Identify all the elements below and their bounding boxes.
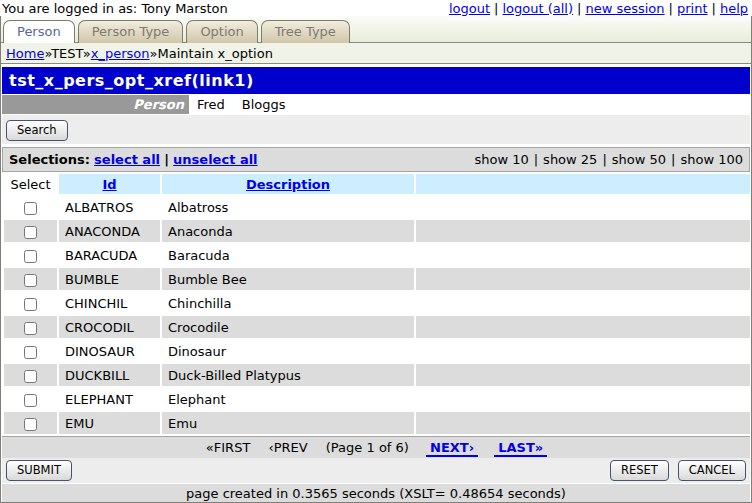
row-checkbox-anaconda[interactable] [24,226,37,239]
row-select-cell [4,292,57,314]
context-label: Person [2,95,189,114]
breadcrumb-item-home[interactable]: Home [6,46,44,61]
row-description: Elephant [162,388,414,410]
header-link-new-session[interactable]: new session [585,1,664,16]
context-row: Person Fred Bloggs [2,94,750,115]
cancel-button[interactable]: CANCEL [678,460,746,481]
data-table: Select Id Description ALBATROSAlbatrossA… [2,172,752,436]
row-select-cell [4,340,57,362]
row-filler [416,340,750,362]
pagination-bar: «FIRST ‹PREV (Page 1 of 6) NEXT› LAST» [2,436,750,458]
row-checkbox-emu[interactable] [24,418,37,431]
page-frame: PersonPerson TypeOptionTree Type Home»TE… [0,16,752,503]
action-buttons-right: RESET CANCEL [610,460,746,481]
row-id: DINOSAUR [59,340,160,362]
row-filler [416,316,750,338]
row-description: Anaconda [162,220,414,242]
row-select-cell [4,220,57,242]
select-all-link[interactable]: select all [94,152,160,167]
breadcrumb-item-x-person[interactable]: x_person [91,46,150,61]
show-option-show-25[interactable]: show 25 [543,152,597,167]
table-row: DINOSAURDinosaur [4,340,750,362]
search-button[interactable]: Search [6,120,68,141]
row-checkbox-chinchil[interactable] [24,298,37,311]
table-row: ANACONDAAnaconda [4,220,750,242]
row-filler [416,196,750,218]
header-link-help[interactable]: help [720,1,748,16]
table-row: ELEPHANTElephant [4,388,750,410]
row-id: BARACUDA [59,244,160,266]
row-filler [416,244,750,266]
row-filler [416,292,750,314]
description-sort-link[interactable]: Description [246,177,330,192]
row-description: Baracuda [162,244,414,266]
action-buttons-bar: SUBMIT RESET CANCEL [2,458,750,483]
row-checkbox-dinosaur[interactable] [24,346,37,359]
row-id: BUMBLE [59,268,160,290]
row-description: Crocodile [162,316,414,338]
header-link-separator: | [708,1,720,16]
search-row: Search [2,115,750,144]
header-filler [416,174,750,194]
unselect-all-link[interactable]: unselect all [173,152,257,167]
breadcrumb: Home»TEST»x_person»Maintain x_option [1,42,751,64]
row-checkbox-duckbill[interactable] [24,370,37,383]
context-last-name: Bloggs [236,95,295,114]
pagination-next-link[interactable]: NEXT› [426,440,478,457]
show-option-show-50[interactable]: show 50 [612,152,666,167]
row-select-cell [4,388,57,410]
header-link-print[interactable]: print [677,1,708,16]
tab-option[interactable]: Option [186,20,257,43]
header-link-logout-all[interactable]: logout (all) [502,1,573,16]
pagination-prev: ‹PREV [268,440,307,455]
row-select-cell [4,316,57,338]
tab-person-type[interactable]: Person Type [78,20,184,43]
show-option-show-100[interactable]: show 100 [680,152,743,167]
logged-in-text: You are logged in as: Tony Marston [2,1,228,16]
row-checkbox-bumble[interactable] [24,274,37,287]
row-filler [416,220,750,242]
row-description: Dinosaur [162,340,414,362]
table-row: EMUEmu [4,412,750,434]
row-checkbox-crocodil[interactable] [24,322,37,335]
row-filler [416,364,750,386]
table-header-row: Select Id Description [4,174,750,194]
row-select-cell [4,412,57,434]
pagination-first: «FIRST [206,440,251,455]
header-link-separator: | [573,1,585,16]
tab-tree-type[interactable]: Tree Type [261,20,350,43]
row-checkbox-elephant[interactable] [24,394,37,407]
table-row: BUMBLEBumble Bee [4,268,750,290]
table-row: CHINCHILChinchilla [4,292,750,314]
table-row: CROCODILCrocodile [4,316,750,338]
row-checkbox-baracuda[interactable] [24,250,37,263]
header-description-sort: Description [162,174,414,194]
selections-label: Selections: [9,152,90,167]
page-title: tst_x_pers_opt_xref(link1) [2,67,750,94]
row-select-cell [4,196,57,218]
tab-person[interactable]: Person [3,20,75,43]
breadcrumb-item-maintain-x-option: Maintain x_option [158,46,273,61]
row-id: ELEPHANT [59,388,160,410]
table-row: ALBATROSAlbatross [4,196,750,218]
show-option-show-10[interactable]: show 10 [474,152,528,167]
id-sort-link[interactable]: Id [102,177,116,192]
row-filler [416,268,750,290]
show-option-separator: | [529,152,543,167]
table-row: DUCKBILLDuck-Billed Platypus [4,364,750,386]
footer-status: page created in 0.3565 seconds (XSLT= 0.… [2,483,750,502]
row-description: Duck-Billed Platypus [162,364,414,386]
row-checkbox-albatros[interactable] [24,202,37,215]
show-option-separator: | [597,152,611,167]
row-description: Emu [162,412,414,434]
row-select-cell [4,268,57,290]
header-link-logout[interactable]: logout [449,1,490,16]
reset-button[interactable]: RESET [610,460,669,481]
context-first-name: Fred [191,95,234,114]
pagination-last-link[interactable]: LAST» [494,440,547,457]
row-id: ALBATROS [59,196,160,218]
header-link-separator: | [665,1,677,16]
row-id: EMU [59,412,160,434]
breadcrumb-separator: » [150,46,158,61]
submit-button[interactable]: SUBMIT [6,460,72,481]
